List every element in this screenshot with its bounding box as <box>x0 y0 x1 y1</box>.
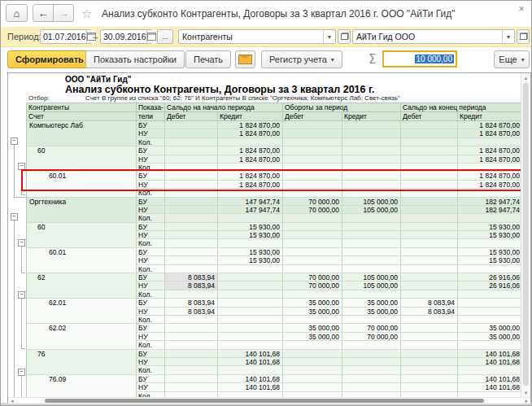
indicator-cell[interactable]: БУ <box>137 146 165 155</box>
date-from-value[interactable]: 01.07.2016 <box>41 32 86 41</box>
value-cell[interactable] <box>342 248 401 256</box>
entity-name-cell[interactable]: Компьютерс Лаб <box>27 121 137 146</box>
value-cell[interactable] <box>401 290 458 299</box>
value-cell[interactable] <box>165 316 218 324</box>
value-cell[interactable] <box>401 248 458 256</box>
value-cell[interactable] <box>165 265 218 273</box>
value-cell[interactable] <box>342 129 401 138</box>
value-cell[interactable]: 140 101,68 <box>458 350 523 358</box>
value-cell[interactable] <box>401 273 458 282</box>
indicator-cell[interactable]: Кол. <box>137 316 165 324</box>
value-cell[interactable] <box>283 214 342 222</box>
show-settings-button[interactable]: Показать настройки <box>85 50 185 68</box>
value-cell[interactable] <box>165 172 218 180</box>
value-cell[interactable] <box>218 273 283 282</box>
value-cell[interactable] <box>401 121 458 129</box>
indicator-cell[interactable]: БУ <box>137 223 165 231</box>
indicator-cell[interactable]: НУ <box>137 256 165 264</box>
value-cell[interactable] <box>165 383 218 391</box>
value-cell[interactable] <box>342 138 401 146</box>
table-row[interactable]: БУ1 824 870,001 824 870,00 <box>137 146 523 155</box>
value-cell[interactable] <box>283 316 342 324</box>
table-row[interactable]: НУ35 000,0070 000,0035 000,00 <box>137 333 523 341</box>
indicator-cell[interactable]: НУ <box>137 358 165 366</box>
value-cell[interactable] <box>165 198 218 206</box>
organization-choose-button[interactable] <box>517 29 530 44</box>
value-cell[interactable] <box>401 146 458 155</box>
header-debit[interactable]: Дебет <box>401 112 458 121</box>
header-credit[interactable]: Кредит <box>342 112 401 121</box>
indicator-cell[interactable]: НУ <box>137 155 165 164</box>
table-row[interactable]: Кол. <box>137 138 523 146</box>
value-cell[interactable]: 1 824 870,00 <box>218 121 283 129</box>
value-cell[interactable] <box>218 214 283 222</box>
sum-field[interactable]: 10 000,00 <box>382 50 457 68</box>
indicator-cell[interactable]: БУ <box>137 172 165 180</box>
indicator-cell[interactable]: НУ <box>137 333 165 341</box>
value-cell[interactable]: 35 000,00 <box>283 299 342 307</box>
value-cell[interactable] <box>342 341 401 349</box>
value-cell[interactable]: 1 824 870,00 <box>218 172 283 180</box>
value-cell[interactable]: 15 930,00 <box>458 223 523 231</box>
value-cell[interactable]: 35 000,00 <box>283 308 342 316</box>
generate-button[interactable]: Сформировать <box>7 50 92 68</box>
table-row[interactable]: БУ35 000,0070 000,0035 000,00 <box>137 324 523 332</box>
header-indicator[interactable]: Показа- <box>137 103 165 112</box>
value-cell[interactable] <box>283 164 342 172</box>
value-cell[interactable] <box>458 189 523 197</box>
value-cell[interactable] <box>401 223 458 231</box>
value-cell[interactable] <box>283 239 342 247</box>
value-cell[interactable] <box>342 155 401 164</box>
value-cell[interactable] <box>342 189 401 197</box>
value-cell[interactable] <box>401 256 458 264</box>
value-cell[interactable] <box>283 223 342 231</box>
value-cell[interactable] <box>342 121 401 129</box>
value-cell[interactable] <box>283 121 342 129</box>
entity-name-cell[interactable]: Оргтехника <box>27 198 137 223</box>
value-cell[interactable] <box>283 248 342 256</box>
value-cell[interactable] <box>401 375 458 383</box>
entity-name-cell[interactable]: 62 <box>27 273 137 299</box>
value-cell[interactable]: 8 083,94 <box>401 299 458 307</box>
value-cell[interactable] <box>218 138 283 146</box>
value-cell[interactable] <box>283 189 342 197</box>
value-cell[interactable] <box>283 350 342 358</box>
value-cell[interactable] <box>283 231 342 239</box>
value-cell[interactable] <box>218 299 283 307</box>
scroll-left-icon[interactable]: ◂ <box>11 398 14 404</box>
value-cell[interactable] <box>401 341 458 349</box>
table-row[interactable]: Кол. <box>137 290 523 299</box>
indicator-cell[interactable]: Кол. <box>137 239 165 247</box>
value-cell[interactable] <box>218 324 283 332</box>
indicator-cell[interactable]: Кол. <box>137 290 165 299</box>
entity-name-cell[interactable]: 60 <box>27 223 137 248</box>
register-button[interactable]: Регистр учета ▾ <box>261 50 342 68</box>
value-cell[interactable] <box>342 265 401 273</box>
table-row[interactable]: Кол. <box>137 316 523 324</box>
value-cell[interactable]: 147 947,74 <box>218 206 283 214</box>
value-cell[interactable]: 1 824 870,00 <box>218 129 283 138</box>
header-indicator2[interactable]: тели <box>137 112 165 121</box>
value-cell[interactable]: 140 101,68 <box>458 358 523 366</box>
value-cell[interactable] <box>401 206 458 214</box>
scroll-right-icon[interactable]: ▸ <box>525 398 528 404</box>
value-cell[interactable] <box>458 341 523 349</box>
value-cell[interactable] <box>218 341 283 349</box>
date-to-value[interactable]: 30.09.2016 <box>101 32 146 41</box>
value-cell[interactable]: 182 947,74 <box>458 206 523 214</box>
indicator-cell[interactable]: Кол. <box>137 138 165 146</box>
value-cell[interactable] <box>342 214 401 222</box>
value-cell[interactable] <box>165 214 218 222</box>
subconto-choose-button[interactable] <box>338 29 351 44</box>
collapse-group-button[interactable]: − <box>18 239 25 247</box>
value-cell[interactable]: 105 000,00 <box>342 198 401 206</box>
table-row[interactable]: БУ15 930,0015 930,00 <box>137 248 523 256</box>
value-cell[interactable] <box>218 366 283 374</box>
value-cell[interactable] <box>401 239 458 247</box>
value-cell[interactable] <box>283 256 342 264</box>
value-cell[interactable]: 1 824 870,00 <box>458 121 523 129</box>
value-cell[interactable] <box>458 308 523 316</box>
value-cell[interactable]: 1 824 870,00 <box>458 172 523 180</box>
table-row[interactable]: НУ140 101,68140 101,68 <box>137 358 523 366</box>
value-cell[interactable] <box>165 248 218 256</box>
